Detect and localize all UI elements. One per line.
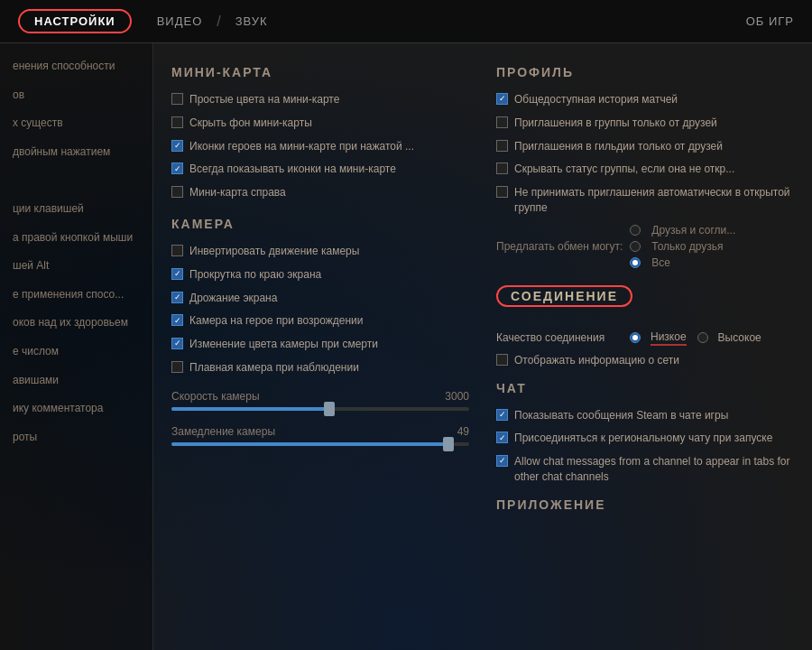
nav-sound[interactable]: ЗВУК	[235, 14, 268, 28]
checkbox[interactable]	[496, 116, 508, 128]
camera-speed-label: Скорость камеры	[171, 390, 260, 403]
checkbox-row[interactable]: Не принимать приглашения автоматически в…	[496, 185, 794, 216]
checkbox-row[interactable]: Скрыть фон мини-карты	[171, 116, 469, 131]
checkbox[interactable]	[171, 116, 183, 128]
quality-radio-low[interactable]	[630, 332, 641, 343]
checkbox-row[interactable]: Камера на герое при возрождении	[171, 313, 469, 329]
sidebar: енения способности ов х существ двойным …	[0, 43, 153, 650]
sidebar-item-12[interactable]: ику комментатора	[0, 395, 152, 423]
checkbox-row[interactable]: Дрожание экрана	[171, 291, 469, 306]
profile-title: ПРОФИЛЬ	[496, 65, 794, 79]
checkbox[interactable]	[171, 338, 183, 349]
checkbox-label: Простые цвета на мини-карте	[189, 92, 339, 107]
network-info-row[interactable]: Отображать информацию о сети	[496, 353, 794, 368]
sidebar-item-4[interactable]	[0, 166, 152, 195]
checkbox[interactable]	[171, 245, 183, 256]
checkbox[interactable]	[496, 140, 508, 152]
checkbox[interactable]	[496, 93, 508, 105]
camera-title: КАМЕРА	[171, 217, 469, 231]
camera-decel-thumb[interactable]	[443, 437, 454, 451]
network-info-checkbox[interactable]	[496, 354, 508, 366]
connection-title: СОЕДИНЕНИЕ	[496, 285, 632, 307]
sidebar-item-8[interactable]: е применения спосо...	[0, 281, 152, 310]
minimap-checkboxes: Простые цвета на мини-картеСкрыть фон ми…	[171, 92, 469, 200]
checkbox-row[interactable]: Приглашения в гильдии только от друзей	[496, 139, 794, 154]
camera-decel-track[interactable]	[171, 442, 469, 446]
checkbox[interactable]	[496, 409, 508, 421]
checkbox[interactable]	[171, 268, 183, 280]
sidebar-item-5[interactable]: ции клавишей	[0, 195, 152, 224]
main-layout: енения способности ов х существ двойным …	[0, 43, 812, 650]
chat-checkboxes: Показывать сообщения Steam в чате игрыПр…	[496, 408, 794, 485]
sidebar-item-10[interactable]: е числом	[0, 338, 152, 367]
checkbox[interactable]	[496, 432, 508, 443]
trade-radio-0[interactable]	[630, 225, 641, 236]
checkbox[interactable]	[171, 162, 183, 174]
checkbox[interactable]	[171, 361, 183, 373]
checkbox-row[interactable]: Простые цвета на мини-карте	[171, 92, 469, 107]
nav-about[interactable]: ОБ ИГР	[746, 14, 794, 28]
camera-decel-value: 49	[457, 425, 469, 438]
checkbox-label: Показывать сообщения Steam в чате игры	[514, 408, 728, 423]
sidebar-item-1[interactable]: ов	[0, 81, 152, 110]
checkbox[interactable]	[171, 93, 183, 105]
checkbox-label: Всегда показывать иконки на мини-карте	[189, 162, 396, 177]
sidebar-item-13[interactable]: роты	[0, 423, 152, 452]
camera-speed-track[interactable]	[171, 407, 469, 411]
trade-label: Предлагать обмен могут:	[496, 240, 623, 253]
quality-option-high[interactable]: Высокое	[697, 331, 761, 344]
checkbox[interactable]	[496, 162, 508, 174]
trade-radio-2[interactable]	[630, 257, 641, 268]
checkbox-row[interactable]: Приглашения в группы только от друзей	[496, 116, 794, 131]
trade-option-label-0: Друзья и согли...	[651, 224, 735, 237]
checkbox-row[interactable]: Инвертировать движение камеры	[171, 244, 469, 259]
trade-options: Друзья и согли... Только друзья Все	[630, 224, 735, 269]
quality-label: Качество соединения	[496, 331, 623, 344]
sidebar-item-9[interactable]: оков над их здоровьем	[0, 309, 152, 338]
checkbox-row[interactable]: Показывать сообщения Steam в чате игры	[496, 408, 794, 423]
sidebar-item-7[interactable]: шей Alt	[0, 252, 152, 281]
sidebar-item-0[interactable]: енения способности	[0, 52, 152, 81]
trade-option-0[interactable]: Друзья и согли...	[630, 224, 735, 237]
checkbox[interactable]	[171, 186, 183, 198]
checkbox[interactable]	[496, 186, 508, 198]
checkbox-row[interactable]: Allow chat messages from a channel to ap…	[496, 454, 794, 485]
camera-speed-fill	[171, 407, 329, 411]
checkbox-label: Плавная камера при наблюдении	[189, 360, 359, 376]
checkbox-label: Приглашения в гильдии только от друзей	[514, 139, 723, 154]
quality-option-low[interactable]: Низкое	[630, 330, 687, 346]
camera-speed-thumb[interactable]	[324, 402, 335, 416]
trade-option-1[interactable]: Только друзья	[630, 240, 735, 253]
checkbox-row[interactable]: Общедоступная история матчей	[496, 92, 794, 107]
checkbox-row[interactable]: Мини-карта справа	[171, 185, 469, 200]
sidebar-item-11[interactable]: авишами	[0, 367, 152, 395]
settings-button[interactable]: НАСТРОЙКИ	[18, 9, 132, 33]
checkbox-row[interactable]: Всегда показывать иконки на мини-карте	[171, 162, 469, 177]
quality-radio-high[interactable]	[697, 332, 708, 343]
trade-option-2[interactable]: Все	[630, 256, 735, 269]
sidebar-item-2[interactable]: х существ	[0, 109, 152, 138]
checkbox-label: Скрыть фон мини-карты	[189, 116, 312, 131]
trade-radio-1[interactable]	[630, 241, 641, 252]
checkbox-row[interactable]: Прокрутка по краю экрана	[171, 267, 469, 283]
checkbox-label: Присоединяться к региональному чату при …	[514, 431, 772, 446]
application-title: ПРИЛОЖЕНИЕ	[496, 497, 794, 512]
sidebar-item-6[interactable]: а правой кнопкой мыши	[0, 224, 152, 253]
checkbox-label: Общедоступная история матчей	[514, 92, 678, 107]
checkbox-label: Прокрутка по краю экрана	[189, 267, 321, 283]
nav-video[interactable]: ВИДЕО	[157, 14, 203, 28]
left-column: МИНИ-КАРТА Простые цвета на мини-картеСк…	[171, 61, 469, 632]
camera-checkboxes: Инвертировать движение камерыПрокрутка п…	[171, 244, 469, 376]
checkbox-row[interactable]: Плавная камера при наблюдении	[171, 360, 469, 376]
right-column: ПРОФИЛЬ Общедоступная история матчейПриг…	[496, 61, 794, 632]
checkbox-row[interactable]: Присоединяться к региональному чату при …	[496, 431, 794, 446]
checkbox-row[interactable]: Изменение цвета камеры при смерти	[171, 337, 469, 352]
checkbox[interactable]	[171, 292, 183, 303]
checkbox-row[interactable]: Иконки героев на мини-карте при нажатой …	[171, 139, 469, 154]
checkbox-label: Скрывать статус группы, если она не откр…	[514, 162, 734, 177]
checkbox[interactable]	[171, 140, 183, 152]
sidebar-item-3[interactable]: двойным нажатием	[0, 138, 152, 167]
checkbox[interactable]	[496, 455, 508, 467]
checkbox-row[interactable]: Скрывать статус группы, если она не откр…	[496, 162, 794, 177]
checkbox[interactable]	[171, 314, 183, 326]
